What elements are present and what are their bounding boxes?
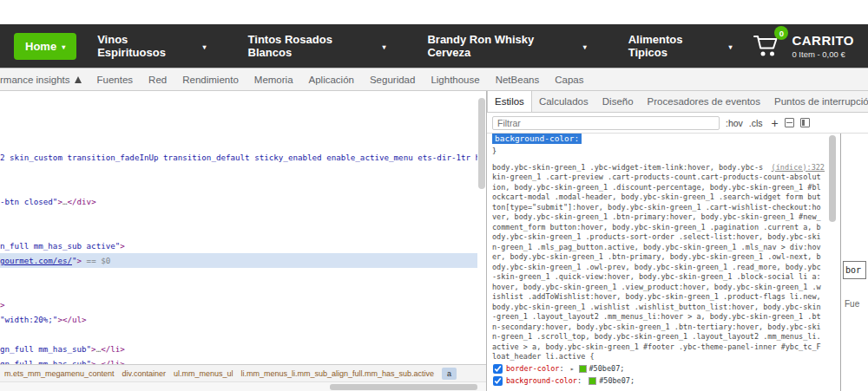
property-toggle-checkbox[interactable]: [493, 364, 503, 374]
property-toggle-checkbox[interactable]: [493, 376, 503, 386]
right-partial-pane: Fue: [841, 134, 868, 391]
devtools-tab-label: Memoria: [254, 75, 293, 85]
breadcrumb-item[interactable]: a: [442, 368, 457, 380]
styles-toolbar-button-item[interactable]: +: [772, 116, 779, 130]
devtools-tab-label: Fuentes: [97, 75, 134, 85]
closing-brace: }: [492, 147, 825, 157]
flask-icon: [75, 76, 82, 83]
sidebar-tab-procesadores-de-eventos[interactable]: Procesadores de eventos: [641, 91, 767, 112]
dom-tree-row: [0, 179, 477, 194]
styles-toolbar-button-hov[interactable]: :hov: [726, 118, 743, 128]
breadcrumb-item[interactable]: m.ets_mm_megamenu_content: [4, 369, 115, 378]
dom-tree-row[interactable]: gn_full mm_has_sub">…</li>: [0, 356, 477, 364]
styles-vertical-scrollbar[interactable]: [829, 135, 836, 389]
sidebar-tab-puntos-de-interrupci-n-dom[interactable]: Puntos de interrupción DOM: [767, 91, 868, 112]
sidebar-tab-estilos[interactable]: Estilos: [487, 91, 532, 112]
dom-tree-row[interactable]: >: [0, 297, 477, 312]
color-swatch[interactable]: [589, 377, 596, 385]
cart-icon-wrap: 0: [753, 33, 780, 59]
sidebar-tab-calculados[interactable]: Calculados: [532, 91, 595, 112]
breadcrumb-item[interactable]: div.container: [122, 369, 166, 378]
styles-toolbar: :hov.cls+: [487, 113, 868, 134]
devtools-tab-rmance-insights[interactable]: rmance insights: [0, 68, 89, 90]
dom-tree-row: [0, 327, 477, 342]
css-property-name: border-color: [506, 364, 559, 375]
devtools-tab-netbeans[interactable]: NetBeans: [488, 68, 548, 90]
chevron-down-icon: ▾: [728, 43, 732, 51]
dom-tree: 2 skin_custom transition_fadeInUp transi…: [0, 91, 477, 364]
chevron-down-icon: ▾: [203, 43, 207, 51]
dom-tree-row: [0, 121, 477, 135]
scrollbar-thumb[interactable]: [829, 135, 836, 222]
sidebar-tab-dise-o[interactable]: Diseño: [595, 91, 641, 112]
nav-item-vinos-espirituosos[interactable]: Vinos Espirituosos▾: [76, 24, 227, 68]
devtools-tab-label: rmance insights: [0, 75, 70, 85]
elements-pane: 2 skin_custom transition_fadeInUp transi…: [0, 91, 486, 391]
css-rule: (índice):322 body.ybc-skin-green_1 .ybc-…: [492, 163, 825, 388]
devtools-tab-label: Lighthouse: [431, 75, 479, 85]
breadcrumb-item[interactable]: ul.mm_menus_ul: [174, 369, 233, 378]
code-token: </li>: [101, 344, 125, 354]
cart-summary: 0 Item - 0,00 €: [792, 49, 854, 59]
devtools-tab-rendimiento[interactable]: Rendimiento: [174, 68, 247, 90]
chevron-down-icon: ▾: [62, 43, 65, 51]
expand-arrow-icon[interactable]: ▸: [570, 364, 575, 375]
breadcrumb-item[interactable]: li.mm_menus_li.mm_sub_align_full.mm_has_…: [240, 369, 434, 378]
panel-layout-icon[interactable]: [800, 118, 810, 127]
chevron-down-icon: ▾: [382, 43, 385, 51]
nav-item-alimentos-tipicos[interactable]: Alimentos Tipicos▾: [608, 24, 753, 68]
screen: Home ▾ Vinos Espirituosos▾Tintos Rosados…: [0, 0, 868, 391]
code-token: -btn closed": [0, 197, 57, 206]
dom-tree-row[interactable]: gn_full mm_has_sub">…</li>: [0, 342, 477, 356]
code-token: </div>: [67, 197, 95, 206]
devtools-tab-seguridad[interactable]: Seguridad: [362, 68, 423, 90]
css-properties: border-color: ▸#50be07;background-color:…: [492, 363, 825, 388]
partial-label: Fue: [845, 299, 859, 309]
element-href-link[interactable]: gourmet.com/es/: [0, 256, 72, 265]
devtools-tab-label: Rendimiento: [182, 75, 239, 85]
grid-icon[interactable]: [785, 118, 794, 127]
dom-tree-row: [0, 165, 477, 179]
elements-vertical-scrollbar[interactable]: [478, 93, 485, 362]
nav-menu: Vinos Espirituosos▾Tintos Rosados Blanco…: [76, 24, 753, 68]
dom-tree-row[interactable]: -btn closed">…</div>: [0, 194, 477, 209]
styles-filter-input[interactable]: [492, 116, 720, 130]
code-token: >: [0, 300, 5, 310]
devtools-tab-capas[interactable]: Capas: [547, 68, 591, 90]
scrollbar-thumb[interactable]: [330, 384, 477, 390]
nav-home-button[interactable]: Home ▾: [14, 33, 76, 60]
dom-tree-row[interactable]: n_full mm_has_sub active">: [0, 238, 477, 253]
chevron-down-icon: ▾: [583, 43, 587, 51]
scrollbar-thumb[interactable]: [478, 98, 485, 189]
dom-tree-row: [0, 283, 477, 297]
elements-horizontal-scrollbar[interactable]: [0, 381, 486, 391]
dom-tree-row[interactable]: "width:20%;"></ul>: [0, 312, 477, 327]
code-token: == $0: [82, 256, 110, 265]
dom-tree-row[interactable]: 2 skin_custom transition_fadeInUp transi…: [0, 150, 477, 165]
nav-item-label: Vinos Espirituosos: [97, 33, 197, 59]
devtools-tab-label: Seguridad: [370, 75, 415, 85]
styles-toolbar-buttons: :hov.cls+: [726, 116, 779, 130]
color-swatch[interactable]: [579, 365, 587, 373]
devtools-tab-red[interactable]: Red: [141, 68, 174, 90]
stylesheet-source-link[interactable]: (índice):322: [772, 163, 825, 173]
dom-tree-row: [0, 106, 477, 121]
code-token: gn_full mm_has_sub": [0, 344, 91, 354]
devtools-tab-label: Aplicación: [309, 75, 354, 85]
element-breadcrumb-bar: m.ets_mm_megamenu_contentdiv.containerul…: [0, 364, 486, 381]
nav-item-tintos-rosados-blancos[interactable]: Tintos Rosados Blancos▾: [227, 24, 407, 68]
styles-toolbar-button-cls[interactable]: .cls: [749, 118, 763, 128]
code-token: 2 skin_custom transition_fadeInUp transi…: [0, 153, 477, 162]
devtools-tab-memoria[interactable]: Memoria: [247, 68, 301, 90]
devtools-tab-fuentes[interactable]: Fuentes: [89, 68, 141, 90]
dom-tree-row[interactable]: gourmet.com/es/"> == $0: [0, 253, 477, 268]
devtools-tab-aplicaci-n[interactable]: Aplicación: [301, 68, 362, 90]
cart-widget[interactable]: 0 CARRITO 0 Item - 0,00 €: [753, 33, 854, 59]
devtools-main: 2 skin_custom transition_fadeInUp transi…: [0, 91, 868, 391]
styles-sidebar: EstilosCalculadosDiseñoProcesadores de e…: [487, 91, 868, 391]
nav-item-brandy-ron-whisky-cerveza[interactable]: Brandy Ron Whisky Cerveza▾: [406, 24, 607, 68]
devtools-tab-label: Capas: [555, 75, 583, 85]
partial-text-input[interactable]: [843, 261, 866, 279]
code-token: </ul>: [62, 315, 87, 324]
devtools-tab-lighthouse[interactable]: Lighthouse: [423, 68, 487, 90]
